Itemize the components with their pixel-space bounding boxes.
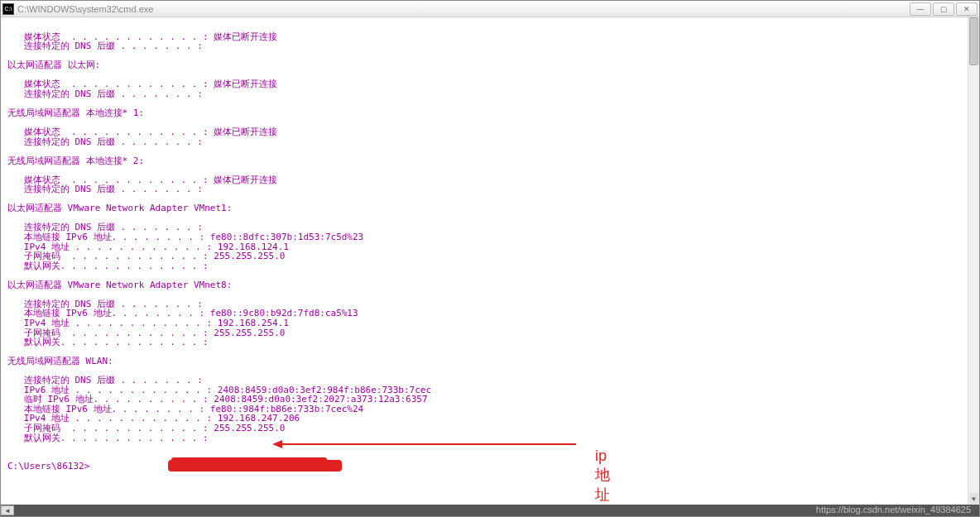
scroll-thumb[interactable] xyxy=(969,17,978,65)
window-title: C:\WINDOWS\system32\cmd.exe xyxy=(17,4,910,14)
scroll-down-arrow[interactable]: ▼ xyxy=(969,493,978,505)
maximize-button[interactable]: ▢ xyxy=(933,2,954,16)
vertical-scrollbar[interactable]: ▲ ▼ xyxy=(968,17,979,505)
minimize-button[interactable]: — xyxy=(910,2,931,16)
horizontal-scrollbar[interactable]: ◄ https://blog.csdn.net/weixin_49384625 xyxy=(1,505,979,516)
close-button[interactable]: ✕ xyxy=(956,2,978,16)
terminal-output[interactable]: 媒体状态 . . . . . . . . . . . . : 媒体已断开连接 连… xyxy=(1,17,979,516)
watermark-text: https://blog.csdn.net/weixin_49384625 xyxy=(816,505,971,515)
cmd-window: C:\ C:\WINDOWS\system32\cmd.exe — ▢ ✕ 媒体… xyxy=(0,0,980,517)
scroll-left-arrow[interactable]: ◄ xyxy=(1,505,14,515)
cmd-icon: C:\ xyxy=(2,3,14,15)
titlebar[interactable]: C:\ C:\WINDOWS\system32\cmd.exe — ▢ ✕ xyxy=(1,1,979,17)
